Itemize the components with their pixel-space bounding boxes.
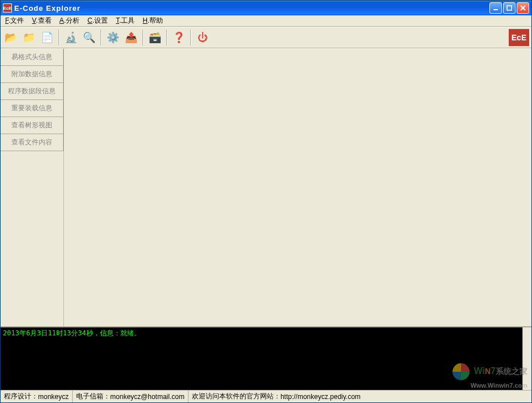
settings-button[interactable]: ⚙️ xyxy=(105,30,121,45)
status-website: 欢迎访问本软件的官方网站： http://monkeycz.pediy.com xyxy=(188,390,531,402)
status-email-label: 电子信箱： xyxy=(76,392,110,401)
brand-logo: EcE xyxy=(509,29,529,46)
titlebar: EcE E-Code Explorer xyxy=(1,1,531,15)
svg-rect-0 xyxy=(493,9,498,10)
analyze-button[interactable]: 🔬 xyxy=(63,30,79,45)
side-tab-0[interactable]: 易格式头信息 xyxy=(1,49,64,66)
power-icon: ⏻ xyxy=(198,32,208,44)
package-icon: 🗃️ xyxy=(149,31,161,44)
console-line: 2013年6月3日11时13分34秒，信息：就绪。 xyxy=(3,329,141,337)
console-scrollbar[interactable] xyxy=(522,327,531,390)
package-button[interactable]: 🗃️ xyxy=(147,30,163,45)
status-website-label: 欢迎访问本软件的官方网站： xyxy=(192,392,280,401)
export-icon: 📤 xyxy=(125,31,137,44)
toolbar-separator xyxy=(100,30,102,45)
menu-v[interactable]: V.查看 xyxy=(30,15,53,26)
help-button[interactable]: ❓ xyxy=(171,30,187,45)
window-title: E-Code Explorer xyxy=(14,4,489,13)
close-icon xyxy=(520,5,526,11)
maximize-icon xyxy=(506,5,512,11)
toolbar-separator xyxy=(143,30,144,45)
open-file-icon: 📂 xyxy=(5,31,17,44)
binary-icon: 🔍 xyxy=(83,31,95,44)
analyze-icon: 🔬 xyxy=(65,31,77,44)
content-pane xyxy=(64,49,531,326)
status-designer-value: monkeycz xyxy=(38,393,69,401)
menu-h[interactable]: H.帮助 xyxy=(140,15,165,26)
side-tab-4[interactable]: 查看树形视图 xyxy=(1,117,64,134)
folder-button[interactable]: 📁 xyxy=(21,30,37,45)
toolbar-separator xyxy=(58,30,60,45)
menu-t[interactable]: T.工具 xyxy=(114,15,137,26)
minimize-button[interactable] xyxy=(489,2,502,14)
menu-a[interactable]: A.分析 xyxy=(57,15,82,26)
side-tab-3[interactable]: 重要装载信息 xyxy=(1,100,64,117)
status-designer-label: 程序设计： xyxy=(4,392,38,401)
svg-rect-1 xyxy=(507,6,512,10)
document-button[interactable]: 📄 xyxy=(39,30,55,45)
toolbar-separator xyxy=(166,30,167,45)
binary-button[interactable]: 🔍 xyxy=(81,30,97,45)
console: 2013年6月3日11时13分34秒，信息：就绪。 xyxy=(1,326,531,390)
menu-c[interactable]: C.设置 xyxy=(85,15,110,26)
document-icon: 📄 xyxy=(41,31,53,44)
status-email-value: monkeycz@hotmail.com xyxy=(110,393,185,401)
app-icon: EcE xyxy=(3,3,12,13)
help-icon: ❓ xyxy=(173,31,185,44)
menu-f[interactable]: F.文件 xyxy=(3,15,26,26)
status-website-value: http://monkeycz.pediy.com xyxy=(280,393,361,401)
status-email: 电子信箱： monkeycz@hotmail.com xyxy=(73,390,188,402)
toolbar: 📂📁📄🔬🔍⚙️📤🗃️❓⏻EcE xyxy=(1,27,531,48)
settings-icon: ⚙️ xyxy=(107,31,119,44)
toolbar-separator xyxy=(190,30,191,45)
power-button[interactable]: ⏻ xyxy=(195,30,211,45)
statusbar: 程序设计： monkeycz 电子信箱： monkeycz@hotmail.co… xyxy=(1,390,531,402)
side-tab-5[interactable]: 查看文件内容 xyxy=(1,134,64,151)
open-file-button[interactable]: 📂 xyxy=(3,30,19,45)
app-window: EcE E-Code Explorer F.文件V.查看A.分析C.设置T.工具… xyxy=(0,0,532,403)
side-tab-2[interactable]: 程序数据段信息 xyxy=(1,83,64,100)
window-controls xyxy=(489,2,529,14)
content-empty xyxy=(65,49,531,326)
close-button[interactable] xyxy=(517,2,529,14)
side-tab-1[interactable]: 附加数据信息 xyxy=(1,66,64,83)
minimize-icon xyxy=(493,5,499,11)
folder-icon: 📁 xyxy=(23,31,35,44)
export-button[interactable]: 📤 xyxy=(123,30,139,45)
status-designer: 程序设计： monkeycz xyxy=(1,390,73,402)
main-area: 易格式头信息附加数据信息程序数据段信息重要装载信息查看树形视图查看文件内容 xyxy=(1,48,531,326)
maximize-button[interactable] xyxy=(503,2,516,14)
menubar: F.文件V.查看A.分析C.设置T.工具H.帮助 xyxy=(1,15,531,27)
side-tabs: 易格式头信息附加数据信息程序数据段信息重要装载信息查看树形视图查看文件内容 xyxy=(1,49,64,326)
